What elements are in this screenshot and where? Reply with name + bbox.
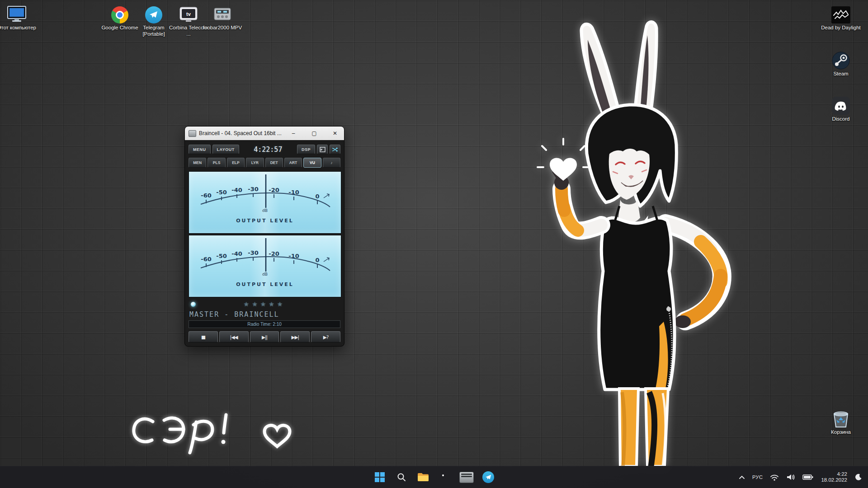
battery-icon [802,474,813,480]
folder-icon [417,472,429,482]
console-icon [320,147,326,152]
taskbar-center [371,466,497,488]
telegram-icon [482,471,494,483]
system-tray: РУС 4:22 [736,466,864,488]
svg-text:-60: -60 [201,256,212,263]
telegram-icon [145,5,162,23]
foobar-taskbar-button[interactable] [458,468,476,486]
tab-lyr[interactable]: LYR [246,158,264,168]
tray-date: 18.02.2022 [821,477,847,483]
shuffle-icon-button[interactable] [330,145,340,154]
dsp-button[interactable]: DSP [297,145,315,154]
status-row: ★★★★★ [189,299,340,310]
windows-logo-icon [375,472,385,482]
foobar-window: Braincell - 04. Spaced Out 16bit ... – ▢… [184,126,344,347]
discord-icon [832,96,850,115]
svg-text:-30: -30 [248,186,259,192]
shuffle-icon [332,147,339,152]
svg-text:-30: -30 [248,249,259,256]
tab-men[interactable]: MEN [189,158,206,168]
desktop: сэр! Этот компьютер Google Chrome [0,0,868,488]
minimize-button[interactable]: – [284,127,302,140]
taskbar-clock[interactable]: 4:22 18.02.2022 [818,471,850,483]
moon-icon [855,474,862,481]
desktop-icon-recycle-bin[interactable]: Корзина [821,409,861,436]
svg-text:-50: -50 [216,189,227,196]
svg-text:0: 0 [315,193,319,200]
desktop-icon-label: Dead by Daylight [821,25,861,31]
tray-overflow-button[interactable] [736,469,747,485]
stop-button[interactable]: ■ [189,331,218,343]
titlebar[interactable]: Braincell - 04. Spaced Out 16bit ... – ▢… [185,127,344,140]
battery-button[interactable] [800,469,816,485]
svg-text:-10: -10 [288,253,299,259]
desktop-icon-telegram[interactable]: Telegram [Portable] [134,5,174,37]
recycle-bin-icon [831,409,851,428]
svg-text:tv: tv [186,11,191,17]
svg-text:-20: -20 [269,250,279,257]
menu-row: MENU LAYOUT 4:22:57 DSP [189,144,340,155]
vu-meter-left: -60 -50 -40 -30 -20 -10 0 dB OUTPUT LEVE… [189,171,341,234]
volume-button[interactable] [784,469,797,485]
chrome-taskbar-button[interactable] [436,468,454,486]
desktop-icon-label: Discord [832,116,850,122]
notification-moon-button[interactable] [853,469,864,485]
desktop-icon-label: Steam [833,71,848,77]
view-tabs: MEN PLS ELP LYR DET ART VU ♪ [189,158,340,168]
tab-elp[interactable]: ELP [227,158,245,168]
chrome-icon [111,5,128,23]
desktop-icon-this-pc[interactable]: Этот компьютер [0,5,37,31]
file-explorer-button[interactable] [414,468,432,486]
tab-art[interactable]: ART [284,158,302,168]
desktop-icon-label: foobar2000 MPV [203,25,242,31]
tab-pls[interactable]: PLS [208,158,225,168]
dead-by-daylight-icon [831,5,850,23]
wallpaper-handwriting: сэр! [121,401,316,455]
player-clock: 4:22:57 [241,145,295,154]
desktop-icon-steam[interactable]: Steam [821,51,861,77]
play-random-button[interactable]: ▶? [311,331,340,343]
vu-meter-stack: -60 -50 -40 -30 -20 -10 0 dB OUTPUT LEVE… [189,171,340,297]
play-pause-button[interactable]: ▶|| [250,331,279,343]
desktop-icon-label: Этот компьютер [0,25,36,31]
desktop-icon-foobar2000[interactable]: foobar2000 MPV [203,5,242,31]
chrome-icon [439,471,451,483]
maximize-button[interactable]: ▢ [305,127,323,140]
svg-text:-50: -50 [216,253,227,259]
search-button[interactable] [392,468,410,486]
menu-button[interactable]: MENU [189,145,211,154]
desktop-icon-discord[interactable]: Discord [821,96,861,122]
svg-text:OUTPUT LEVEL: OUTPUT LEVEL [236,282,294,287]
player-body: MENU LAYOUT 4:22:57 DSP [185,140,344,346]
console-icon-button[interactable] [317,145,328,154]
close-button[interactable]: ✕ [326,127,344,140]
wifi-button[interactable] [768,469,781,485]
layout-button[interactable]: LAYOUT [212,145,239,154]
tab-det[interactable]: DET [265,158,283,168]
rating-stars[interactable]: ★★★★★ [189,300,340,308]
next-button[interactable]: ▶▶| [280,331,310,343]
svg-text:-60: -60 [201,192,212,199]
svg-text:dB: dB [262,272,268,277]
foobar2000-icon [212,5,232,23]
track-title: MASTER - BRAINCELL [189,310,340,319]
start-button[interactable] [371,468,389,486]
desktop-icon-dead-by-daylight[interactable]: Dead by Daylight [821,5,861,31]
desktop-icon-label: Telegram [Portable] [134,25,174,37]
app-icon [189,130,196,137]
previous-button[interactable]: |◀◀ [219,331,249,343]
desktop-icon-label: Корзина [831,429,851,436]
language-indicator[interactable]: РУС [750,469,765,485]
speaker-icon [786,473,795,481]
chevron-up-icon [739,475,745,479]
window-title: Braincell - 04. Spaced Out 16bit ... [199,130,282,136]
desktop-icon-label: Google Chrome [101,25,138,31]
telegram-taskbar-button[interactable] [479,468,497,486]
rabbit-character [533,18,787,466]
this-pc-icon [7,5,27,23]
svg-text:-40: -40 [231,187,242,193]
svg-text:-40: -40 [231,250,242,257]
tab-playlist-note[interactable]: ♪ [323,158,340,168]
tab-vu[interactable]: VU [303,158,321,168]
transport-controls: ■ |◀◀ ▶|| ▶▶| ▶? [189,331,340,343]
